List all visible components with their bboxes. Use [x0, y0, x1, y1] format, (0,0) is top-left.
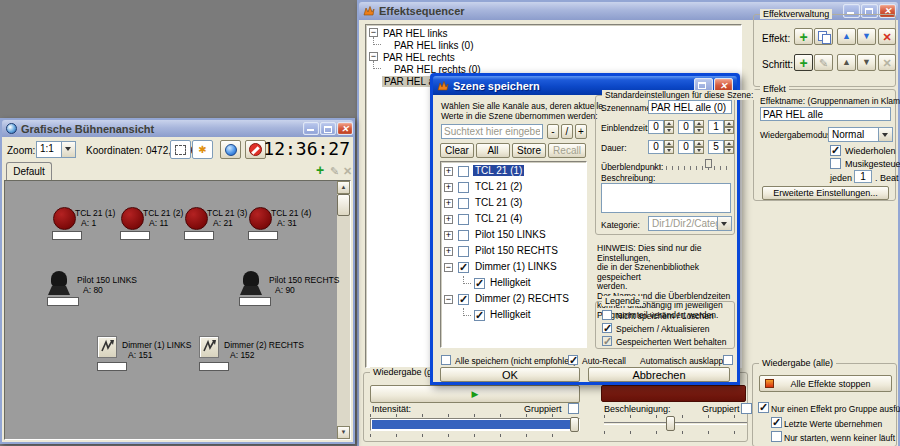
acceleration-slider-thumb[interactable]: [666, 416, 675, 431]
all-button[interactable]: All: [476, 143, 510, 158]
search-minus-button[interactable]: -: [547, 124, 559, 139]
spinner-value[interactable]: 0: [648, 140, 664, 154]
beat-input[interactable]: [854, 170, 872, 183]
spin-down-icon[interactable]: [664, 147, 674, 154]
spin-down-icon[interactable]: [694, 127, 704, 134]
only-one-effect-checkbox[interactable]: [758, 402, 769, 413]
cancel-button[interactable]: Abbrechen: [588, 367, 730, 382]
effect-delete-button[interactable]: [878, 28, 896, 45]
fixture-pilot-rechts-icon[interactable]: [239, 271, 263, 296]
step-move-down-button[interactable]: [857, 54, 876, 71]
step-edit-button[interactable]: [814, 54, 833, 71]
expand-icon[interactable]: [444, 215, 453, 224]
attribute-checkbox[interactable]: [474, 310, 485, 321]
spin-down-icon[interactable]: [664, 127, 674, 134]
effect-move-down-button[interactable]: [857, 28, 876, 45]
channel-label[interactable]: Pilot 150 RECHTS: [475, 245, 558, 256]
fade-spinner-h[interactable]: 0: [648, 120, 674, 134]
acceleration-slider[interactable]: [604, 422, 747, 425]
collapse-icon[interactable]: [444, 263, 453, 272]
fixture-tcl3-icon[interactable]: [185, 207, 208, 230]
clear-button[interactable]: Clear: [440, 143, 474, 158]
channel-label[interactable]: TCL 21 (3): [475, 197, 522, 208]
channel-attribute-row[interactable]: Helligkeit: [441, 308, 586, 324]
duration-spinner-m[interactable]: 0: [678, 140, 704, 154]
channel-row[interactable]: Dimmer (1) LINKS: [441, 260, 586, 276]
highlight-button[interactable]: [220, 140, 241, 159]
maximize-button[interactable]: [320, 122, 336, 135]
scrollbar-thumb[interactable]: [337, 194, 350, 216]
expand-icon[interactable]: [444, 247, 453, 256]
channel-attribute-row[interactable]: Helligkeit: [441, 276, 586, 292]
scroll-up-button[interactable]: ▲: [337, 181, 350, 194]
effect-name-input[interactable]: [760, 107, 891, 121]
channel-row[interactable]: Pilot 150 RECHTS: [441, 244, 586, 260]
tree-item-group[interactable]: PAR HEL links: [366, 27, 741, 39]
channel-label[interactable]: TCL 21 (4): [475, 213, 522, 224]
intensity-slider[interactable]: [370, 418, 580, 431]
close-button[interactable]: ✕: [337, 122, 353, 135]
spin-down-icon[interactable]: [724, 127, 734, 134]
channel-tree[interactable]: TCL 21 (1) TCL 21 (2) TCL 21 (3) TCL 21 …: [440, 161, 587, 348]
channel-label[interactable]: Dimmer (1) LINKS: [475, 261, 557, 272]
expand-icon[interactable]: [444, 231, 453, 240]
repeat-checkbox[interactable]: [830, 145, 841, 156]
keep-stored-checkbox[interactable]: [602, 336, 612, 346]
select-all-fixtures-button[interactable]: [192, 140, 213, 159]
auto-recall-checkbox[interactable]: [568, 355, 578, 365]
duration-spinner-h[interactable]: 0: [648, 140, 674, 154]
add-tab-button[interactable]: [316, 165, 324, 175]
attribute-label[interactable]: Helligkeit: [490, 277, 531, 288]
tree-item-label[interactable]: PAR HEL rechts: [383, 52, 455, 63]
channel-checkbox[interactable]: [458, 246, 469, 257]
no-save-checkbox[interactable]: [602, 310, 612, 320]
tree-item-label[interactable]: PAR HEL links: [383, 28, 447, 39]
fixture-tcl1-icon[interactable]: [53, 207, 76, 230]
spinner-value[interactable]: 0: [678, 120, 694, 134]
spinner-value[interactable]: 1: [708, 120, 724, 134]
channel-checkbox[interactable]: [458, 182, 469, 193]
spin-up-icon[interactable]: [724, 120, 734, 127]
expand-icon[interactable]: [444, 167, 453, 176]
channel-label[interactable]: Dimmer (2) RECHTS: [475, 293, 569, 304]
channel-row[interactable]: Dimmer (2) RECHTS: [441, 292, 586, 308]
fade-spinner-s[interactable]: 1: [708, 120, 734, 134]
keep-last-values-checkbox[interactable]: [771, 417, 782, 428]
tree-item-child[interactable]: PAR HEL links (0): [366, 39, 741, 51]
spinner-value[interactable]: 0: [648, 120, 664, 134]
channel-label[interactable]: TCL 21 (1): [473, 165, 524, 176]
channel-row[interactable]: Pilot 150 LINKS: [441, 228, 586, 244]
channel-row[interactable]: TCL 21 (4): [441, 212, 586, 228]
collapse-icon[interactable]: [369, 28, 378, 37]
channel-row[interactable]: TCL 21 (1): [441, 164, 586, 180]
channel-label[interactable]: Pilot 150 LINKS: [475, 229, 546, 240]
fixture-pilot-links-icon[interactable]: [47, 271, 71, 296]
channel-search-input[interactable]: [441, 124, 543, 139]
channel-checkbox[interactable]: [458, 294, 469, 305]
tree-item-label[interactable]: PAR HEL links (0): [394, 40, 473, 51]
crossfade-thumb[interactable]: [705, 159, 712, 168]
channel-checkbox[interactable]: [458, 214, 469, 225]
recall-button[interactable]: Recall: [548, 143, 586, 158]
intensity-slider-thumb[interactable]: [570, 417, 579, 432]
fixture-tcl2-icon[interactable]: [121, 207, 144, 230]
minimize-button[interactable]: [303, 122, 319, 135]
effect-add-button[interactable]: [794, 28, 813, 45]
effect-copy-button[interactable]: [814, 28, 833, 45]
selection-tool-button[interactable]: [170, 140, 191, 159]
tree-item-group[interactable]: PAR HEL rechts: [366, 51, 741, 63]
dropdown-arrow-icon[interactable]: [717, 217, 731, 230]
tab-default[interactable]: Default: [6, 162, 52, 180]
channel-checkbox[interactable]: [458, 198, 469, 209]
fixture-tcl4-icon[interactable]: [249, 207, 272, 230]
start-selected-effect-button[interactable]: [370, 385, 580, 403]
ok-button[interactable]: OK: [440, 367, 580, 382]
step-delete-button[interactable]: [878, 54, 896, 71]
stage-titlebar[interactable]: Grafische Bühnenansicht: [2, 120, 353, 137]
acceleration-grouped-checkbox[interactable]: [741, 403, 752, 414]
fade-spinner-m[interactable]: 0: [678, 120, 704, 134]
spinner-value[interactable]: 5: [708, 140, 724, 154]
expand-icon[interactable]: [444, 183, 453, 192]
spin-up-icon[interactable]: [724, 140, 734, 147]
collapse-icon[interactable]: [369, 52, 378, 61]
